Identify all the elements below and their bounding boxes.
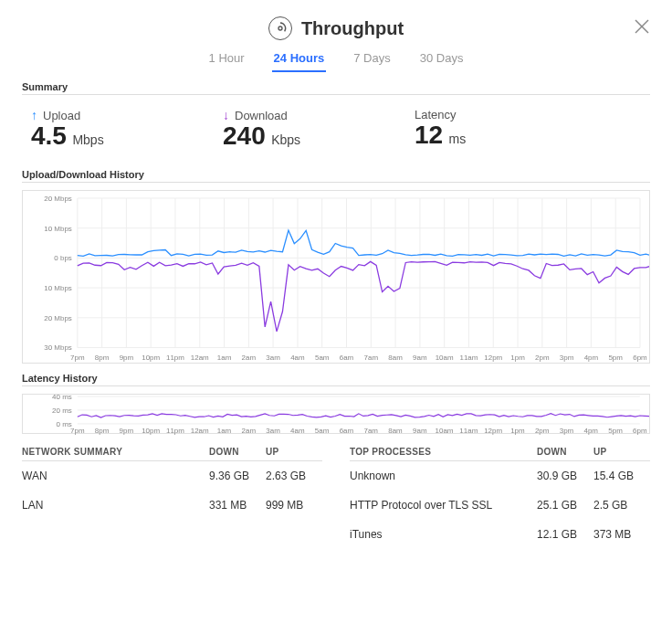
divider bbox=[22, 94, 650, 95]
summary-download: ↓ Download 240 Kbps bbox=[223, 108, 360, 151]
svg-text:10am: 10am bbox=[436, 427, 454, 435]
col-up: UP bbox=[266, 447, 322, 457]
svg-text:20 ms: 20 ms bbox=[52, 407, 72, 415]
upload-value: 4.5 bbox=[31, 121, 67, 150]
download-value: 240 bbox=[223, 121, 266, 150]
download-label: Download bbox=[235, 109, 288, 122]
svg-text:3pm: 3pm bbox=[560, 354, 574, 362]
svg-text:10pm: 10pm bbox=[142, 354, 160, 362]
svg-text:8am: 8am bbox=[388, 427, 403, 435]
divider bbox=[22, 182, 650, 183]
svg-text:4pm: 4pm bbox=[584, 354, 599, 362]
svg-text:1am: 1am bbox=[217, 354, 232, 362]
svg-text:20 Mbps: 20 Mbps bbox=[44, 314, 72, 322]
svg-text:9am: 9am bbox=[413, 354, 427, 362]
svg-text:9pm: 9pm bbox=[120, 354, 134, 362]
latency-heading: Latency History bbox=[22, 373, 650, 384]
svg-text:11am: 11am bbox=[459, 427, 478, 435]
top-processes-title: TOP PROCESSES bbox=[350, 447, 537, 457]
close-icon[interactable] bbox=[634, 18, 650, 35]
svg-text:1pm: 1pm bbox=[510, 427, 525, 435]
svg-text:4am: 4am bbox=[290, 354, 305, 362]
tab-7days[interactable]: 7 Days bbox=[352, 48, 392, 72]
tab-30days[interactable]: 30 Days bbox=[418, 48, 466, 72]
svg-text:9am: 9am bbox=[413, 427, 427, 435]
svg-text:1pm: 1pm bbox=[510, 354, 525, 362]
svg-text:7pm: 7pm bbox=[70, 427, 85, 435]
svg-text:6am: 6am bbox=[340, 427, 354, 435]
latency-label: Latency bbox=[415, 108, 457, 121]
svg-text:3am: 3am bbox=[266, 427, 280, 435]
arrow-up-icon: ↑ bbox=[31, 108, 37, 122]
svg-text:5am: 5am bbox=[315, 354, 330, 362]
table-row: Unknown 30.9 GB 15.4 GB bbox=[350, 461, 650, 491]
svg-text:30 Mbps: 30 Mbps bbox=[44, 343, 72, 352]
history-heading: Upload/Download History bbox=[22, 169, 650, 180]
page-title: Throughput bbox=[301, 18, 404, 39]
svg-text:6pm: 6pm bbox=[633, 354, 647, 362]
svg-text:2am: 2am bbox=[242, 427, 257, 435]
svg-text:8am: 8am bbox=[388, 354, 403, 362]
summary-row: ↑ Upload 4.5 Mbps ↓ Download 240 Kbps La… bbox=[22, 102, 650, 160]
network-summary-table: NETWORK SUMMARY DOWN UP WAN 9.36 GB 2.63… bbox=[22, 447, 322, 549]
svg-text:7am: 7am bbox=[364, 354, 379, 362]
svg-text:8pm: 8pm bbox=[95, 427, 110, 435]
svg-text:11pm: 11pm bbox=[166, 427, 184, 435]
svg-text:7am: 7am bbox=[363, 427, 378, 435]
divider bbox=[22, 385, 650, 386]
summary-upload: ↑ Upload 4.5 Mbps bbox=[31, 108, 168, 151]
latency-unit: ms bbox=[449, 132, 467, 146]
svg-point-0 bbox=[278, 26, 282, 30]
svg-text:12am: 12am bbox=[191, 427, 209, 435]
svg-text:5pm: 5pm bbox=[608, 354, 623, 362]
svg-text:4pm: 4pm bbox=[584, 427, 599, 435]
svg-text:11am: 11am bbox=[459, 354, 478, 362]
svg-text:2pm: 2pm bbox=[535, 427, 550, 435]
arrow-down-icon: ↓ bbox=[223, 108, 229, 122]
tab-1hour[interactable]: 1 Hour bbox=[207, 48, 247, 72]
table-row: HTTP Protocol over TLS SSL 25.1 GB 2.5 G… bbox=[350, 491, 650, 520]
latency-value: 12 bbox=[415, 121, 443, 149]
tab-24hours[interactable]: 24 Hours bbox=[272, 48, 327, 72]
svg-text:10 Mbps: 10 Mbps bbox=[44, 224, 72, 232]
svg-text:7pm: 7pm bbox=[70, 354, 85, 362]
svg-text:20 Mbps: 20 Mbps bbox=[44, 195, 72, 203]
svg-text:12pm: 12pm bbox=[484, 427, 502, 435]
summary-heading: Summary bbox=[22, 81, 650, 92]
svg-text:3am: 3am bbox=[266, 354, 280, 362]
history-chart: 7pm8pm9pm10pm11pm12am1am2am3am4am5am6am7… bbox=[22, 190, 650, 364]
svg-text:40 ms: 40 ms bbox=[52, 395, 72, 401]
svg-text:6pm: 6pm bbox=[633, 427, 647, 435]
svg-text:2am: 2am bbox=[242, 354, 257, 362]
latency-chart: 0 ms20 ms40 ms7pm8pm9pm10pm11pm12am1am2a… bbox=[22, 394, 650, 434]
svg-text:6am: 6am bbox=[340, 354, 354, 362]
table-row: iTunes 12.1 GB 373 MB bbox=[350, 520, 650, 549]
svg-text:4am: 4am bbox=[290, 427, 305, 435]
svg-text:10 Mbps: 10 Mbps bbox=[44, 284, 72, 292]
upload-unit: Mbps bbox=[72, 132, 103, 147]
svg-text:5am: 5am bbox=[315, 427, 330, 435]
summary-latency: Latency 12 ms bbox=[415, 108, 551, 151]
svg-text:1am: 1am bbox=[217, 427, 232, 435]
throughput-icon bbox=[268, 16, 292, 40]
svg-text:2pm: 2pm bbox=[535, 354, 550, 362]
svg-text:12am: 12am bbox=[191, 354, 209, 362]
col-down: DOWN bbox=[209, 447, 266, 457]
download-unit: Kbps bbox=[271, 132, 300, 147]
table-row: LAN 331 MB 999 MB bbox=[22, 491, 322, 520]
svg-text:10pm: 10pm bbox=[142, 427, 160, 435]
svg-text:12pm: 12pm bbox=[484, 354, 502, 362]
svg-text:3pm: 3pm bbox=[560, 427, 574, 435]
col-up: UP bbox=[593, 447, 650, 457]
upload-label: Upload bbox=[43, 109, 80, 122]
svg-text:5pm: 5pm bbox=[608, 427, 623, 435]
svg-text:11pm: 11pm bbox=[166, 354, 184, 362]
svg-text:8pm: 8pm bbox=[95, 354, 110, 362]
svg-text:10am: 10am bbox=[436, 354, 454, 362]
col-down: DOWN bbox=[537, 447, 593, 457]
svg-text:0 bps: 0 bps bbox=[54, 254, 72, 262]
svg-text:9pm: 9pm bbox=[120, 427, 134, 435]
top-processes-table: TOP PROCESSES DOWN UP Unknown 30.9 GB 15… bbox=[350, 447, 650, 549]
table-row: WAN 9.36 GB 2.63 GB bbox=[22, 461, 322, 491]
time-range-tabs: 1 Hour 24 Hours 7 Days 30 Days bbox=[22, 48, 650, 72]
